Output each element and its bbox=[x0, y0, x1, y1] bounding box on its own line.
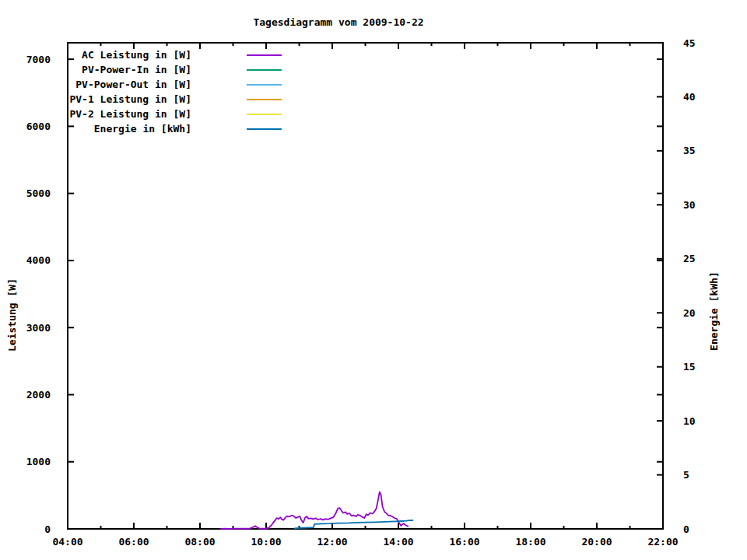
y1-tick-label: 4000 bbox=[26, 254, 51, 266]
series-energie-in-kwh- bbox=[294, 520, 413, 528]
legend-swatch bbox=[247, 69, 282, 71]
x-tick-label: 18:00 bbox=[515, 536, 545, 548]
x-tick-label: 08:00 bbox=[184, 536, 215, 548]
legend-label: PV-Power-In in [W] bbox=[0, 65, 191, 75]
x-tick-label: 16:00 bbox=[449, 536, 479, 548]
y2-tick-label: 10 bbox=[683, 415, 696, 427]
legend-label: PV-Power-Out in [W] bbox=[0, 79, 191, 90]
x-tick-label: 04:00 bbox=[52, 536, 82, 548]
x-tick-label: 12:00 bbox=[317, 536, 347, 548]
y2-tick-label: 15 bbox=[683, 361, 696, 373]
y1-tick-label: 2000 bbox=[26, 389, 51, 401]
y2-tick-label: 40 bbox=[683, 91, 696, 103]
legend-label: PV-1 Leistung in [W] bbox=[0, 94, 191, 105]
y1-tick-label: 1000 bbox=[26, 456, 51, 467]
y2-tick-label: 5 bbox=[683, 469, 689, 481]
y2-tick-label: 35 bbox=[683, 145, 696, 156]
x-tick-label: 22:00 bbox=[647, 536, 678, 548]
y2-tick-label: 25 bbox=[683, 253, 696, 264]
chart-title: Tagesdiagramm vom 2009-10-22 bbox=[0, 16, 677, 28]
legend-label: Energie in [kWh] bbox=[0, 124, 191, 135]
y1-tick-label: 3000 bbox=[26, 322, 51, 334]
x-tick-label: 20:00 bbox=[581, 536, 612, 548]
legend-label: AC Leistung in [W] bbox=[0, 50, 191, 61]
x-tick-label: 14:00 bbox=[383, 536, 413, 548]
left-axis-title: Leistung [W] bbox=[6, 278, 18, 352]
y2-tick-label: 20 bbox=[683, 307, 696, 319]
y1-tick-label: 0 bbox=[44, 523, 51, 535]
series-ac-leistung-in-w- bbox=[220, 492, 409, 528]
legend-swatch bbox=[247, 99, 282, 100]
right-axis-title: Energie [kWh] bbox=[708, 271, 720, 351]
legend-swatch bbox=[247, 54, 282, 56]
x-tick-label: 10:00 bbox=[251, 536, 281, 548]
legend-label: PV-2 Leistung in [W] bbox=[0, 109, 191, 120]
y1-tick-label: 5000 bbox=[26, 187, 51, 199]
legend-swatch bbox=[247, 84, 282, 86]
legend-swatch bbox=[247, 128, 282, 130]
legend-swatch bbox=[247, 114, 282, 115]
y2-tick-label: 45 bbox=[683, 37, 696, 49]
x-tick-label: 06:00 bbox=[118, 536, 149, 548]
y2-tick-label: 30 bbox=[683, 199, 696, 211]
y2-tick-label: 0 bbox=[683, 523, 689, 535]
